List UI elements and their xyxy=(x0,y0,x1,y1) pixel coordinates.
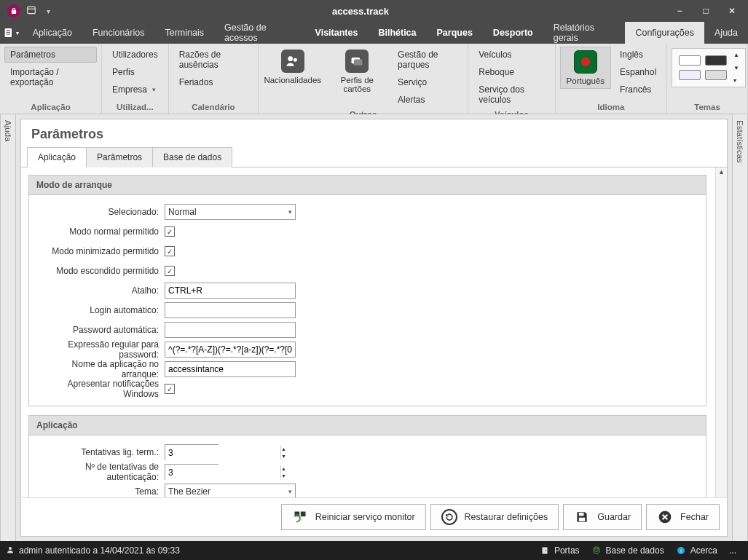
menu-desporto[interactable]: Desporto xyxy=(483,22,543,44)
user-icon xyxy=(6,545,15,556)
ribbon-portugues[interactable]: Português xyxy=(560,47,611,89)
ribbon-perfis[interactable]: Perfis xyxy=(106,64,164,80)
ribbon-parametros[interactable]: Parâmetros xyxy=(4,47,97,63)
panel-title: Parâmetros xyxy=(21,119,727,146)
hidden-checkbox[interactable]: ✓ xyxy=(165,266,175,276)
svg-rect-12 xyxy=(301,512,306,517)
ribbon: Parâmetros Importação / exportação Aplic… xyxy=(0,44,748,114)
menu-visitantes[interactable]: Visitantes xyxy=(305,22,369,44)
form-scroll-area[interactable]: Modo de arranque Selecionado: Normal ▾ xyxy=(21,167,727,497)
restore-icon xyxy=(441,509,457,525)
ribbon-veiculos[interactable]: Veículos xyxy=(473,47,550,63)
notif-checkbox[interactable]: ✓ xyxy=(165,384,175,394)
ribbon-utilizadores[interactable]: Utilizadores xyxy=(106,47,164,63)
save-icon xyxy=(574,509,590,525)
menu-terminais[interactable]: Terminais xyxy=(154,22,214,44)
svg-rect-13 xyxy=(579,513,584,516)
ribbon-import-export[interactable]: Importação / exportação xyxy=(4,64,97,90)
qat-dropdown-icon[interactable]: ▾ xyxy=(42,7,55,15)
autologin-input[interactable] xyxy=(165,302,296,318)
theme-dropdown-icon[interactable]: ▾ xyxy=(733,77,739,84)
status-more[interactable]: ... xyxy=(723,545,742,556)
regex-input[interactable] xyxy=(165,342,296,358)
restart-monitor-button[interactable]: Reiniciar serviço monitor xyxy=(281,504,426,530)
tema-combo[interactable]: The Bezier ▾ xyxy=(165,484,296,497)
menu-bilhetica[interactable]: Bilhética xyxy=(368,22,426,44)
ribbon-espanhol[interactable]: Espanhol xyxy=(614,64,662,80)
spin-up-icon[interactable]: ▲ xyxy=(281,465,286,472)
svg-rect-10 xyxy=(354,60,363,66)
autologin-label: Login automático: xyxy=(35,305,165,315)
svg-point-21 xyxy=(594,547,599,549)
theme-gallery[interactable] xyxy=(675,52,731,84)
normal-checkbox[interactable]: ✓ xyxy=(165,226,175,237)
ribbon-servico-veiculos[interactable]: Serviço dos veículos xyxy=(473,82,550,108)
ribbon-reboque[interactable]: Reboque xyxy=(473,64,550,80)
ribbon-frances[interactable]: Francês xyxy=(614,82,662,98)
help-side-tab[interactable]: Ajuda xyxy=(0,114,16,541)
hidden-label: Modo escondido permitido xyxy=(35,266,165,276)
spin-down-icon[interactable]: ▼ xyxy=(281,472,286,479)
theme-scroll-down-icon[interactable]: ▼ xyxy=(733,65,739,71)
selecionado-combo[interactable]: Normal ▾ xyxy=(165,204,296,220)
selecionado-label: Selecionado: xyxy=(35,207,165,217)
window-close-button[interactable]: ✕ xyxy=(719,0,745,22)
theme-swatch-blue[interactable] xyxy=(679,70,701,80)
menu-gestao-acessos[interactable]: Gestão de acessos xyxy=(214,22,305,44)
auth-spinner[interactable]: ▲▼ xyxy=(165,464,219,480)
autopass-input[interactable] xyxy=(165,322,296,338)
status-doors[interactable]: Portas xyxy=(534,545,586,556)
panel-scrollbar[interactable]: ▲ xyxy=(715,167,727,497)
ribbon-gestao-parques[interactable]: Gestão de parques xyxy=(392,47,463,73)
menu-configuracoes[interactable]: Configurações xyxy=(625,22,704,44)
lock-icon[interactable] xyxy=(7,4,20,17)
statistics-side-tab[interactable]: Estatísticas xyxy=(732,114,748,541)
parameters-panel: Parâmetros Aplicação Parâmetros Base de … xyxy=(20,119,728,537)
auth-spinner-input[interactable] xyxy=(165,465,280,481)
tab-base-dados[interactable]: Base de dados xyxy=(152,147,232,167)
status-about[interactable]: i Acerca xyxy=(670,545,723,556)
ribbon-nacionalidades[interactable]: Nacionalidades xyxy=(263,47,322,87)
spin-down-icon[interactable]: ▼ xyxy=(281,452,286,460)
theme-scroll-up-icon[interactable]: ▲ xyxy=(733,52,739,58)
tab-aplicacao[interactable]: Aplicação xyxy=(27,147,87,167)
theme-swatch-light[interactable] xyxy=(679,55,701,66)
window-maximize-button[interactable]: □ xyxy=(693,0,719,22)
ribbon-alertas[interactable]: Alertas xyxy=(392,92,463,108)
file-menu-icon[interactable]: ▾ xyxy=(0,22,23,44)
save-button[interactable]: Guardar xyxy=(563,504,642,530)
menu-funcionarios[interactable]: Funcionários xyxy=(82,22,155,44)
menu-relatorios[interactable]: Relatórios gerais xyxy=(543,22,626,44)
theme-swatch-grey[interactable] xyxy=(705,70,727,80)
database-icon xyxy=(591,545,602,556)
ribbon-ingles[interactable]: Inglês xyxy=(614,47,662,63)
appname-input[interactable] xyxy=(165,361,296,377)
menu-parques[interactable]: Parques xyxy=(427,22,483,44)
regex-label: Expressão regular para password: xyxy=(35,339,165,360)
term-spinner-input[interactable] xyxy=(165,445,280,461)
min-checkbox[interactable]: ✓ xyxy=(165,246,175,256)
menu-ajuda[interactable]: Ajuda xyxy=(704,22,748,44)
menu-aplicacao[interactable]: Aplicação xyxy=(23,22,82,44)
spin-up-icon[interactable]: ▲ xyxy=(281,445,286,452)
theme-swatch-dark[interactable] xyxy=(705,55,727,66)
ribbon-razoes-ausencias[interactable]: Razões de ausências xyxy=(173,47,253,73)
restore-defaults-button[interactable]: Restaurar definições xyxy=(430,504,559,530)
ribbon-group-utilizadores: Utilizad... xyxy=(102,100,168,114)
ribbon-feriados[interactable]: Feriados xyxy=(173,74,253,90)
scroll-up-icon[interactable]: ▲ xyxy=(716,167,727,176)
autopass-label: Password automática: xyxy=(35,325,165,335)
close-button[interactable]: Fechar xyxy=(646,504,720,530)
ribbon-empresa[interactable]: Empresa▾ xyxy=(106,82,164,98)
title-bar: ▾ access.track − □ ✕ xyxy=(0,0,748,22)
term-spinner[interactable]: ▲▼ xyxy=(165,444,219,460)
ribbon-servico[interactable]: Serviço xyxy=(392,74,463,90)
qat-icon[interactable] xyxy=(26,5,36,17)
status-database[interactable]: Base de dados xyxy=(586,545,670,556)
ribbon-perfis-cartoes[interactable]: Perfis de cartões xyxy=(325,47,389,96)
chevron-down-icon: ▾ xyxy=(152,86,156,93)
window-minimize-button[interactable]: − xyxy=(666,0,693,22)
atalho-input[interactable] xyxy=(165,283,296,299)
about-icon: i xyxy=(676,545,686,556)
tab-parametros[interactable]: Parâmetros xyxy=(86,147,153,167)
